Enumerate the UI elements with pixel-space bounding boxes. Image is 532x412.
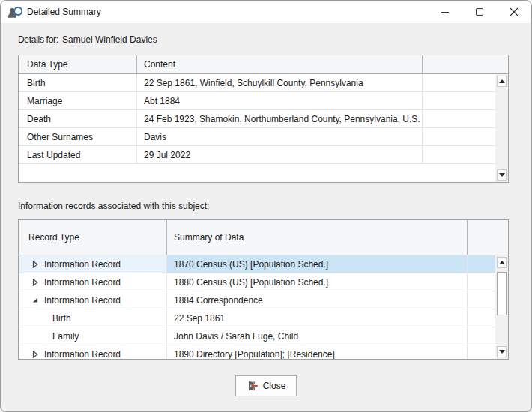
column-header-blank	[423, 55, 508, 73]
subject-name: Samuel Winfield Davies	[62, 34, 157, 45]
scroll-up-button[interactable]	[497, 76, 507, 87]
expand-icon[interactable]	[32, 351, 38, 358]
blank-cell	[423, 146, 495, 163]
close-button-label: Close	[263, 381, 286, 391]
blank-cell	[468, 255, 495, 273]
close-window-button[interactable]	[497, 1, 531, 23]
record-type-cell: Information Record	[19, 255, 167, 273]
arrow-up-icon	[499, 261, 505, 264]
content-cell: Davis	[137, 128, 423, 145]
facts-row[interactable]: MarriageAbt 1884	[19, 92, 495, 110]
exit-door-icon	[247, 380, 259, 392]
data-type-cell: Marriage	[19, 92, 137, 109]
blank-cell	[423, 92, 495, 109]
collapse-icon[interactable]	[32, 297, 38, 304]
records-label: Information records associated with this…	[18, 201, 209, 211]
records-scrollbar[interactable]	[495, 255, 508, 359]
record-row[interactable]: Information Record1880 Census (US) [Popu…	[19, 273, 495, 291]
summary-cell: 1870 Census (US) [Population Sched.]	[167, 255, 468, 273]
scroll-down-button[interactable]	[497, 169, 507, 181]
blank-cell	[468, 273, 495, 291]
close-icon	[510, 7, 519, 16]
content-cell: 24 Feb 1923, Shamokin, Northumberland Co…	[137, 110, 423, 127]
column-header-record-type[interactable]: Record Type	[19, 220, 167, 255]
column-header-blank	[468, 220, 508, 255]
maximize-icon	[476, 8, 483, 16]
window-title: Detailed Summary	[27, 7, 101, 17]
record-row[interactable]: Information Record1870 Census (US) [Popu…	[19, 255, 495, 273]
record-row[interactable]: Information Record1884 Correspondence	[19, 291, 495, 309]
record-type-cell: Information Record	[19, 273, 167, 291]
record-row[interactable]: FamilyJohn Davis / Sarah Fuge, Child	[19, 327, 495, 345]
content-cell: 22 Sep 1861, Winfield, Schuylkill County…	[137, 74, 423, 91]
record-type-cell: Information Record	[19, 345, 167, 359]
person-search-icon	[7, 4, 22, 19]
column-header-summary[interactable]: Summary of Data	[167, 220, 468, 255]
close-button[interactable]: Close	[235, 375, 297, 396]
facts-table-header: Data Type Content	[19, 55, 508, 74]
facts-row[interactable]: Last Updated29 Jul 2022	[19, 146, 495, 164]
scroll-up-button[interactable]	[497, 257, 507, 268]
facts-row[interactable]: Other SurnamesDavis	[19, 128, 495, 146]
blank-cell	[423, 128, 495, 145]
column-header-content[interactable]: Content	[137, 55, 423, 73]
summary-cell: 1890 Directory [Population]; [Residence]	[167, 345, 468, 359]
titlebar: Detailed Summary	[1, 1, 531, 23]
data-type-cell: Last Updated	[19, 146, 137, 163]
content-cell: Abt 1884	[137, 92, 423, 109]
scroll-down-button[interactable]	[497, 346, 507, 357]
record-type-cell: Information Record	[19, 291, 167, 309]
record-row[interactable]: Information Record1890 Directory [Popula…	[19, 345, 495, 359]
summary-cell: 1884 Correspondence	[167, 291, 468, 309]
column-header-data-type[interactable]: Data Type	[19, 55, 137, 73]
arrow-down-icon	[499, 173, 505, 177]
minimize-button[interactable]	[428, 1, 462, 23]
detailed-summary-dialog: Detailed Summary Details for: Samuel Win…	[0, 0, 532, 412]
arrow-down-icon	[499, 350, 505, 354]
summary-cell: 1880 Census (US) [Population Sched.]	[167, 273, 468, 291]
record-row[interactable]: Birth22 Sep 1861	[19, 309, 495, 327]
facts-scrollbar[interactable]	[495, 74, 508, 182]
maximize-button[interactable]	[462, 1, 497, 23]
content-cell: 29 Jul 2022	[137, 146, 423, 163]
facts-row[interactable]: Birth22 Sep 1861, Winfield, Schuylkill C…	[19, 74, 495, 92]
data-type-cell: Other Surnames	[19, 128, 137, 145]
blank-cell	[468, 345, 495, 359]
expand-icon[interactable]	[32, 261, 38, 268]
summary-cell: 22 Sep 1861	[167, 309, 468, 327]
arrow-up-icon	[499, 79, 505, 83]
record-type-cell: Family	[19, 327, 167, 345]
details-for-label: Details for:	[18, 34, 58, 45]
expand-icon[interactable]	[32, 279, 38, 286]
blank-cell	[423, 110, 495, 127]
blank-cell	[468, 327, 495, 345]
record-type-cell: Birth	[19, 309, 167, 327]
blank-cell	[423, 74, 495, 91]
blank-cell	[468, 309, 495, 327]
facts-table: Data Type Content Birth22 Sep 1861, Winf…	[18, 55, 509, 183]
records-table-header: Record Type Summary of Data	[19, 220, 508, 255]
blank-cell	[468, 291, 495, 309]
data-type-cell: Death	[19, 110, 137, 127]
summary-cell: John Davis / Sarah Fuge, Child	[167, 327, 468, 345]
minimize-icon	[441, 12, 449, 13]
data-type-cell: Birth	[19, 74, 137, 91]
facts-row[interactable]: Death24 Feb 1923, Shamokin, Northumberla…	[19, 110, 495, 128]
records-table: Record Type Summary of Data Information …	[18, 219, 509, 360]
scrollbar-thumb[interactable]	[497, 272, 507, 315]
